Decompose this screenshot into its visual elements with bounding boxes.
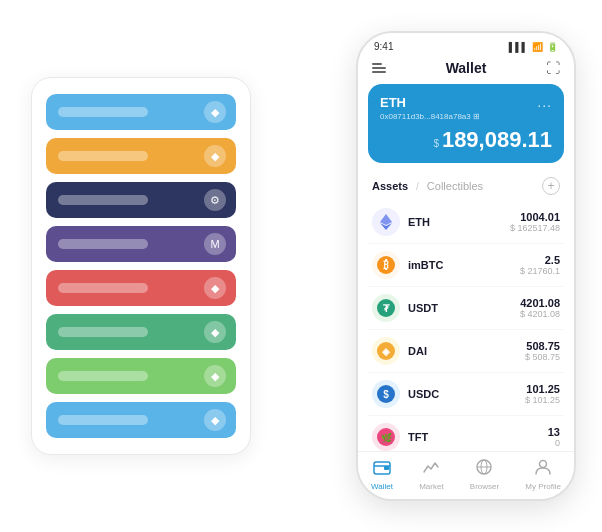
eth-card[interactable]: ETH ... 0x08711d3b...8418a78a3 ⊞ $ 189,0… xyxy=(368,84,564,163)
eth-asset-name: ETH xyxy=(408,216,510,228)
assets-tabs: Assets / Collectibles xyxy=(372,180,483,192)
card-item-6[interactable]: ◆ xyxy=(46,314,236,350)
asset-row-imbtc[interactable]: ₿ imBTC 2.5 $ 21760.1 xyxy=(368,244,564,287)
tab-collectibles[interactable]: Collectibles xyxy=(427,180,483,192)
asset-row-usdt[interactable]: ₮ USDT 4201.08 $ 4201.08 xyxy=(368,287,564,330)
phone-header: Wallet ⛶ xyxy=(358,56,574,84)
usdc-asset-amounts: 101.25 $ 101.25 xyxy=(525,383,560,405)
usdt-asset-amounts: 4201.08 $ 4201.08 xyxy=(520,297,560,319)
eth-address: 0x08711d3b...8418a78a3 ⊞ xyxy=(380,112,552,121)
dai-asset-amount: 508.75 xyxy=(525,340,560,352)
nav-market[interactable]: Market xyxy=(419,458,443,491)
phone-mockup: 9:41 ▌▌▌ 📶 🔋 Wallet ⛶ ETH ... xyxy=(356,31,576,501)
svg-marker-0 xyxy=(380,214,392,225)
browser-nav-label: Browser xyxy=(470,482,499,491)
usdt-asset-icon: ₮ xyxy=(372,294,400,322)
card-icon-7: ◆ xyxy=(204,365,226,387)
card-item-5[interactable]: ◆ xyxy=(46,270,236,306)
status-bar: 9:41 ▌▌▌ 📶 🔋 xyxy=(358,33,574,56)
card-item-1[interactable]: ◆ xyxy=(46,94,236,130)
nav-profile[interactable]: My Profile xyxy=(525,458,561,491)
asset-row-eth[interactable]: ETH 1004.01 $ 162517.48 xyxy=(368,201,564,244)
wifi-icon: 📶 xyxy=(532,42,543,52)
svg-point-17 xyxy=(540,461,547,468)
tft-asset-icon: 🌿 xyxy=(372,423,400,451)
imbtc-asset-amount: 2.5 xyxy=(520,254,560,266)
usdt-asset-name: USDT xyxy=(408,302,520,314)
tft-asset-usd: 0 xyxy=(548,438,560,448)
tab-divider: / xyxy=(416,181,419,192)
eth-title: ETH xyxy=(380,95,406,110)
eth-asset-amount: 1004.01 xyxy=(510,211,560,223)
card-label-6 xyxy=(58,327,148,337)
imbtc-asset-name: imBTC xyxy=(408,259,520,271)
card-icon-2: ◆ xyxy=(204,145,226,167)
card-icon-1: ◆ xyxy=(204,101,226,123)
tab-assets[interactable]: Assets xyxy=(372,180,408,192)
usdt-asset-amount: 4201.08 xyxy=(520,297,560,309)
card-label-3 xyxy=(58,195,148,205)
card-item-8[interactable]: ◆ xyxy=(46,402,236,438)
profile-nav-label: My Profile xyxy=(525,482,561,491)
usdc-asset-usd: $ 101.25 xyxy=(525,395,560,405)
svg-text:₮: ₮ xyxy=(383,303,390,314)
assets-header: Assets / Collectibles + xyxy=(358,173,574,201)
nav-browser[interactable]: Browser xyxy=(470,458,499,491)
asset-row-usdc[interactable]: $ USDC 101.25 $ 101.25 xyxy=(368,373,564,416)
card-icon-6: ◆ xyxy=(204,321,226,343)
wallet-nav-icon xyxy=(373,458,391,480)
card-icon-gear: ⚙ xyxy=(204,189,226,211)
asset-row-dai[interactable]: ◈ DAI 508.75 $ 508.75 xyxy=(368,330,564,373)
dai-asset-icon: ◈ xyxy=(372,337,400,365)
nav-wallet[interactable]: Wallet xyxy=(371,458,393,491)
tft-asset-amounts: 13 0 xyxy=(548,426,560,448)
eth-card-header: ETH ... xyxy=(380,94,552,110)
asset-list: ETH 1004.01 $ 162517.48 ₿ imBTC 2.5 $ 21… xyxy=(358,201,574,451)
card-label-7 xyxy=(58,371,148,381)
card-label-5 xyxy=(58,283,148,293)
imbtc-asset-usd: $ 21760.1 xyxy=(520,266,560,276)
usdc-asset-icon: $ xyxy=(372,380,400,408)
browser-nav-icon xyxy=(475,458,493,480)
eth-asset-icon xyxy=(372,208,400,236)
tft-asset-name: TFT xyxy=(408,431,548,443)
status-icons: ▌▌▌ 📶 🔋 xyxy=(509,42,558,52)
market-nav-label: Market xyxy=(419,482,443,491)
dai-asset-amounts: 508.75 $ 508.75 xyxy=(525,340,560,362)
page-title: Wallet xyxy=(386,60,546,76)
card-label-8 xyxy=(58,415,148,425)
phone-content: ETH ... 0x08711d3b...8418a78a3 ⊞ $ 189,0… xyxy=(358,84,574,451)
card-item-7[interactable]: ◆ xyxy=(46,358,236,394)
tft-asset-amount: 13 xyxy=(548,426,560,438)
card-icon-5: ◆ xyxy=(204,277,226,299)
market-nav-icon xyxy=(422,458,440,480)
card-label-1 xyxy=(58,107,148,117)
card-item-2[interactable]: ◆ xyxy=(46,138,236,174)
wallet-nav-label: Wallet xyxy=(371,482,393,491)
card-label-2 xyxy=(58,151,148,161)
card-item-3[interactable]: ⚙ xyxy=(46,182,236,218)
svg-text:₿: ₿ xyxy=(383,259,389,271)
scan-icon[interactable]: ⛶ xyxy=(546,60,560,76)
profile-nav-icon xyxy=(534,458,552,480)
scene: ◆ ◆ ⚙ M ◆ ◆ ◆ ◆ xyxy=(11,11,591,521)
signal-icon: ▌▌▌ xyxy=(509,42,528,52)
asset-row-tft[interactable]: 🌿 TFT 13 0 xyxy=(368,416,564,451)
add-asset-button[interactable]: + xyxy=(542,177,560,195)
svg-text:🌿: 🌿 xyxy=(381,432,393,444)
eth-card-menu[interactable]: ... xyxy=(537,94,552,110)
eth-asset-amounts: 1004.01 $ 162517.48 xyxy=(510,211,560,233)
svg-text:$: $ xyxy=(383,389,389,400)
card-label-4 xyxy=(58,239,148,249)
menu-icon[interactable] xyxy=(372,63,386,73)
bottom-nav: Wallet Market Browser My Profile xyxy=(358,451,574,499)
card-item-4[interactable]: M xyxy=(46,226,236,262)
card-icon-m: M xyxy=(204,233,226,255)
dai-asset-name: DAI xyxy=(408,345,525,357)
eth-balance: 189,089.11 xyxy=(442,127,552,152)
status-time: 9:41 xyxy=(374,41,393,52)
eth-balance-label: $ 189,089.11 xyxy=(380,127,552,153)
imbtc-asset-icon: ₿ xyxy=(372,251,400,279)
battery-icon: 🔋 xyxy=(547,42,558,52)
card-icon-8: ◆ xyxy=(204,409,226,431)
